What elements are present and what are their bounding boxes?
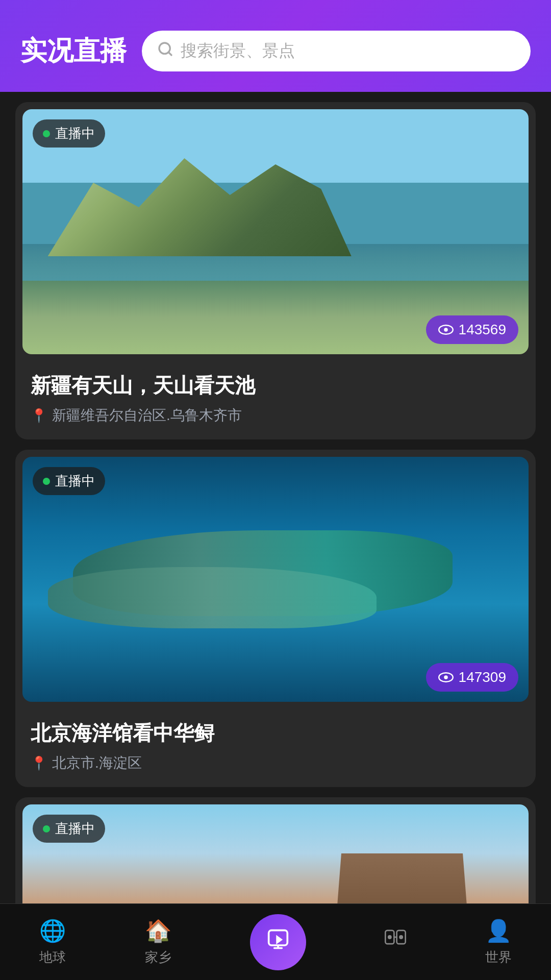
search-bar[interactable]: 搜索街景、景点 xyxy=(142,31,531,71)
card-title-2: 北京海洋馆看中华鲟 xyxy=(31,719,520,747)
card-image-1: 直播中 143569 xyxy=(22,109,529,354)
header: 实况直播 搜索街景、景点 xyxy=(0,0,551,92)
svg-point-3 xyxy=(444,328,448,332)
card-image-2: 直播中 147309 xyxy=(22,457,529,702)
nav-label-hometown: 家乡 xyxy=(145,948,171,966)
live-dot-1 xyxy=(43,130,50,137)
svg-line-1 xyxy=(168,52,171,55)
live-dot-3 xyxy=(43,825,50,832)
card-info-2: 北京海洋馆看中华鲟 📍 北京市.海淀区 xyxy=(15,709,536,787)
view-count-badge-2: 147309 xyxy=(426,663,518,692)
card-location-1: 📍 新疆维吾尔自治区.乌鲁木齐市 xyxy=(31,406,520,425)
hometown-icon: 🏠 xyxy=(145,918,171,943)
card-title-1: 新疆有天山，天山看天池 xyxy=(31,372,520,400)
location-text-1: 新疆维吾尔自治区.乌鲁木齐市 xyxy=(52,406,242,425)
nav-label-earth: 地球 xyxy=(39,948,66,966)
live-dot-2 xyxy=(43,478,50,485)
nav-item-world[interactable] xyxy=(385,926,406,958)
card-location-2: 📍 北京市.海淀区 xyxy=(31,753,520,773)
earth-icon: 🌐 xyxy=(39,918,66,943)
live-label-1: 直播中 xyxy=(55,125,95,142)
location-text-2: 北京市.海淀区 xyxy=(52,753,142,773)
live-badge-1: 直播中 xyxy=(33,119,105,148)
nav-item-mine[interactable]: 👤 世界 xyxy=(485,918,512,966)
content-area: 直播中 143569 新疆有天山，天山看天池 📍 新疆维吾尔自治区.乌鲁木齐市 xyxy=(0,92,551,980)
live-label-2: 直播中 xyxy=(55,472,95,490)
app-title: 实况直播 xyxy=(20,33,127,69)
bottom-navigation: 🌐 地球 🏠 家乡 xyxy=(0,903,551,980)
view-count-1: 143569 xyxy=(459,322,506,338)
search-icon xyxy=(157,41,173,61)
live-card-1[interactable]: 直播中 143569 新疆有天山，天山看天池 📍 新疆维吾尔自治区.乌鲁木齐市 xyxy=(15,102,536,439)
location-icon-2: 📍 xyxy=(31,755,47,771)
view-count-2: 147309 xyxy=(459,669,506,685)
nav-item-hometown[interactable]: 🏠 家乡 xyxy=(145,918,171,966)
svg-point-14 xyxy=(388,935,392,939)
nav-item-live[interactable] xyxy=(250,914,306,970)
nav-label-mine: 世界 xyxy=(485,948,512,966)
nav-item-earth[interactable]: 🌐 地球 xyxy=(39,918,66,966)
live-badge-2: 直播中 xyxy=(33,467,105,495)
location-icon-1: 📍 xyxy=(31,408,47,424)
world-icon xyxy=(385,926,406,953)
live-badge-3: 直播中 xyxy=(33,815,105,843)
card-info-1: 新疆有天山，天山看天池 📍 新疆维吾尔自治区.乌鲁木齐市 xyxy=(15,361,536,439)
live-label-3: 直播中 xyxy=(55,820,95,838)
search-placeholder-text: 搜索街景、景点 xyxy=(181,40,295,62)
live-card-2[interactable]: 直播中 147309 北京海洋馆看中华鲟 📍 北京市.海淀区 xyxy=(15,450,536,787)
svg-point-5 xyxy=(444,675,448,679)
live-play-icon xyxy=(267,928,289,956)
svg-marker-9 xyxy=(276,935,283,944)
live-nav-center xyxy=(250,914,306,970)
mine-icon: 👤 xyxy=(485,918,512,943)
svg-point-15 xyxy=(399,935,404,939)
view-count-badge-1: 143569 xyxy=(426,315,518,344)
